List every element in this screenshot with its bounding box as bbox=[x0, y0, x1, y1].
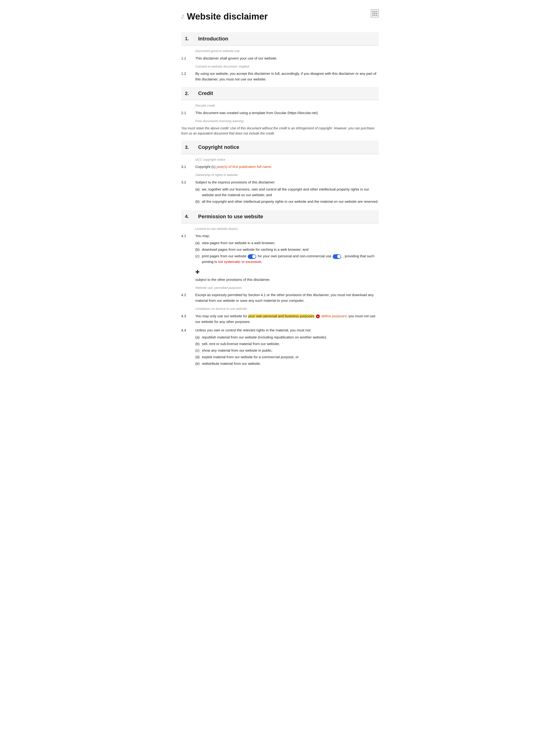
section-1-title: Introduction bbox=[198, 34, 228, 43]
list-item: (a) republish material from our website … bbox=[195, 334, 379, 340]
section-4-heading: 4. Permission to use website bbox=[181, 210, 379, 223]
page-title: Website disclaimer bbox=[187, 9, 268, 24]
page-number: 2 bbox=[181, 12, 184, 21]
sub-heading-4-1: Licence to use website (basic) bbox=[195, 226, 379, 232]
clause-1-2-text: By using our website, you accept this di… bbox=[195, 71, 379, 82]
italic-note-2: You must retain the above credit. Use of… bbox=[181, 126, 379, 136]
clause-4-2-num: 4.2 bbox=[181, 292, 195, 298]
clause-1-1: 1.1 This disclaimer shall govern your us… bbox=[181, 55, 379, 61]
clause-4-4-text: Unless you own or control the relevant r… bbox=[195, 327, 379, 367]
clause-4-3-text: You may only use our website for your ow… bbox=[195, 313, 379, 325]
sub-heading-3-2: Ownership of rights in website bbox=[195, 172, 379, 178]
clause-4-1-text: You may: (a) view pages from our website… bbox=[195, 233, 379, 282]
page-header: 2 Website disclaimer bbox=[181, 9, 379, 24]
section-1-heading: 1. Introduction bbox=[181, 32, 379, 45]
clause-4-2: 4.2 Except as expressly permitted by Sec… bbox=[181, 292, 379, 303]
section-4-num: 4. bbox=[185, 212, 192, 220]
toggle-switch-2[interactable] bbox=[333, 254, 341, 259]
grid-cell bbox=[376, 15, 378, 16]
highlight-year-fullname: year(s) of first publication full name bbox=[217, 165, 271, 169]
list-item: (c) print pages from our website for you… bbox=[195, 253, 379, 265]
list-item: (a) view pages from our website in a web… bbox=[195, 240, 379, 246]
highlight-define-purposes: define purposes bbox=[321, 314, 346, 318]
clause-4-4-num: 4.4 bbox=[181, 327, 195, 333]
clause-3-2-text: Subject to the express provisions of thi… bbox=[195, 179, 379, 205]
clause-4-1: 4.1 You may: (a) view pages from our web… bbox=[181, 233, 379, 282]
clause-1-1-text: This disclaimer shall govern your use of… bbox=[195, 55, 379, 61]
section-3-num: 3. bbox=[185, 143, 192, 151]
sub-heading-3-1: UCC copyright notice bbox=[195, 157, 379, 162]
highlight-purposes: your own personal and business purposes bbox=[248, 314, 314, 318]
clause-4-1-list: (a) view pages from our website in a web… bbox=[195, 240, 379, 265]
grid-cell bbox=[374, 13, 376, 14]
section-2-title: Credit bbox=[198, 89, 213, 97]
sub-heading-2-1: Docular credit bbox=[195, 103, 379, 108]
highlight-not-systematic: not systematic or excessive bbox=[218, 260, 261, 264]
list-item: (e) redistribute material from our websi… bbox=[195, 361, 379, 366]
clause-3-2-list: (a) we, together with our licensors, own… bbox=[195, 186, 379, 204]
section-4-title: Permission to use website bbox=[198, 212, 263, 220]
clause-3-1: 3.1 Copyright (c) year(s) of first publi… bbox=[181, 164, 379, 170]
list-item: (b) all the copyright and other intellec… bbox=[195, 199, 379, 204]
clause-4-4: 4.4 Unless you own or control the releva… bbox=[181, 327, 379, 367]
compass-container: ✚ subject to the other provisions of thi… bbox=[195, 267, 379, 282]
clause-1-1-num: 1.1 bbox=[181, 55, 195, 61]
sub-heading-1-2: Consent to website document: implied bbox=[195, 64, 379, 69]
sub-heading-2-2: Free documents licensing warning bbox=[195, 119, 379, 124]
clause-2-1-num: 2.1 bbox=[181, 110, 195, 116]
list-item: (b) download pages from our website for … bbox=[195, 247, 379, 252]
clause-3-1-num: 3.1 bbox=[181, 164, 195, 170]
grid-cell bbox=[374, 11, 376, 12]
section-2-heading: 2. Credit bbox=[181, 87, 379, 100]
clause-3-2: 3.2 Subject to the express provisions of… bbox=[181, 179, 379, 205]
after-list-text: subject to the other provisions of this … bbox=[195, 278, 270, 282]
compass-icon: ✚ bbox=[195, 268, 199, 276]
list-item: (a) we, together with our licensors, own… bbox=[195, 186, 379, 198]
list-item: (c) show any material from our website i… bbox=[195, 348, 379, 353]
grid-cell bbox=[372, 11, 374, 12]
grid-cell bbox=[372, 13, 374, 14]
page-header-left: 2 Website disclaimer bbox=[181, 9, 268, 24]
section-1-num: 1. bbox=[185, 35, 192, 42]
list-item: (d) exploit material from our website fo… bbox=[195, 354, 379, 360]
grid-icon[interactable] bbox=[371, 9, 379, 17]
sub-heading-1-1: Document governs website use bbox=[195, 48, 379, 54]
clause-4-1-num: 4.1 bbox=[181, 233, 195, 239]
clause-2-1: 2.1 This document was created using a te… bbox=[181, 110, 379, 116]
grid-cell bbox=[374, 15, 376, 16]
toggle-knob-2 bbox=[337, 255, 341, 258]
sub-heading-4-2: Website use: permitted purposes bbox=[195, 285, 379, 290]
toggle-switch-1[interactable] bbox=[248, 254, 256, 259]
section-3-title: Copyright notice bbox=[198, 143, 239, 151]
clause-4-2-text: Except as expressly permitted by Section… bbox=[195, 292, 379, 303]
section-2-num: 2. bbox=[185, 90, 192, 97]
clause-3-2-num: 3.2 bbox=[181, 179, 195, 185]
sub-heading-4-3: Limitations on licence to use website bbox=[195, 306, 379, 311]
clause-3-1-text: Copyright (c) year(s) of first publicati… bbox=[195, 164, 379, 170]
clause-1-2-num: 1.2 bbox=[181, 71, 195, 77]
grid-cell bbox=[372, 15, 374, 16]
grid-cell bbox=[376, 11, 378, 12]
grid-cell bbox=[376, 13, 378, 14]
clause-1-2: 1.2 By using our website, you accept thi… bbox=[181, 71, 379, 82]
clause-4-4-list: (a) republish material from our website … bbox=[195, 334, 379, 366]
section-3-heading: 3. Copyright notice bbox=[181, 141, 379, 154]
toggle-knob-1 bbox=[252, 255, 256, 258]
clause-4-3: 4.3 You may only use our website for you… bbox=[181, 313, 379, 325]
clause-4-3-num: 4.3 bbox=[181, 313, 195, 319]
list-item: (b) sell, rent or sub-license material f… bbox=[195, 341, 379, 347]
clause-2-1-text: This document was created using a templa… bbox=[195, 110, 379, 116]
error-dot: ● bbox=[316, 314, 320, 318]
